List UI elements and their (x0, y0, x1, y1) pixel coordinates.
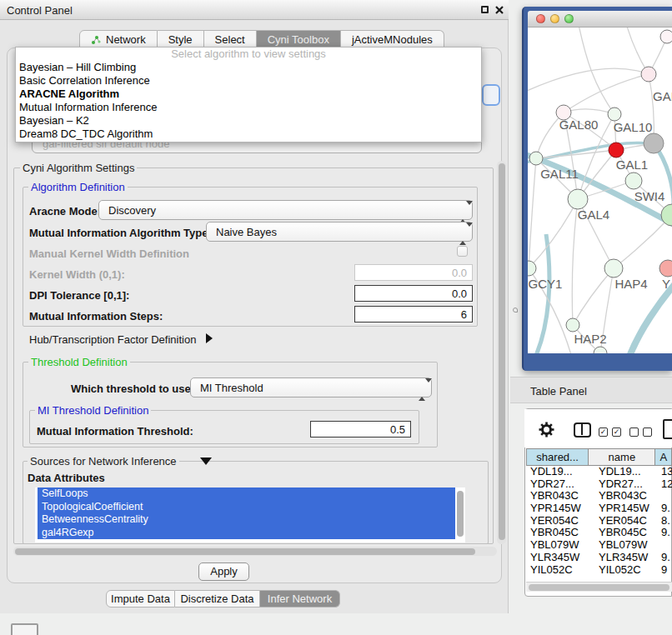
checked-checkbox-icon[interactable]: ✓ (599, 428, 608, 437)
table-cell: YBR043C (590, 490, 659, 502)
table-row[interactable]: YBR045CYBR045C9. (526, 527, 672, 539)
data-attribute-item[interactable]: SelfLoops (38, 488, 455, 501)
node-salmon[interactable] (659, 260, 672, 277)
threshold-definition-title: Threshold Definition (28, 356, 130, 368)
network-edge (528, 68, 649, 94)
expand-arrow-icon[interactable] (206, 333, 213, 343)
tab-select[interactable]: Select (204, 30, 257, 48)
algorithm-option[interactable]: Basic Correlation Inference (16, 74, 481, 88)
node-red[interactable] (609, 142, 624, 158)
network-edge (573, 268, 614, 325)
tab-network[interactable]: Network (79, 30, 158, 48)
node-GAL1-label: GAL1 (616, 158, 648, 172)
tab-impute-data[interactable]: Impute Data (106, 590, 175, 608)
table-cell: YER054C (526, 515, 590, 528)
algorithm-definition-title: Algorithm Definition (28, 181, 128, 193)
table-row[interactable]: YDR27...YDR27...12 (526, 478, 672, 491)
table-row[interactable]: YBR043CYBR043C (526, 490, 672, 502)
close-window-icon[interactable] (495, 6, 504, 14)
spinner-arrows-icon (459, 227, 466, 238)
scrollbar-thumb[interactable] (529, 584, 669, 591)
aracne-mode-combobox[interactable]: Discovery (98, 200, 473, 220)
apply-button[interactable]: Apply (198, 562, 249, 581)
table-panel-titlebar[interactable]: Table Panel (510, 377, 672, 403)
unchecked-checkbox-icon[interactable] (643, 428, 652, 437)
dpi-tolerance-field[interactable]: 0.0 (354, 285, 473, 302)
manual-kernel-label: Manual Kernel Width Definition (29, 248, 189, 260)
unchecked-checkbox-icon[interactable] (629, 428, 639, 437)
close-traffic-light-icon[interactable] (536, 14, 545, 23)
node-top[interactable] (660, 30, 672, 43)
mi-type-combobox[interactable]: Naive Bayes (206, 222, 473, 242)
zoom-traffic-light-icon[interactable] (564, 14, 574, 23)
data-attribute-item[interactable]: gal4RGexp (38, 527, 455, 540)
tab-infer-network[interactable]: Infer Network (260, 590, 340, 608)
manual-kernel-checkbox[interactable] (457, 246, 468, 257)
mi-threshold-field[interactable]: 0.5 (310, 421, 411, 438)
hub-section-label[interactable]: Hub/Transcription Factor Definition (29, 333, 196, 346)
algorithm-option[interactable]: ARACNE Algorithm (16, 88, 481, 101)
node-HAP2[interactable] (566, 318, 579, 332)
node-GAL10[interactable] (608, 108, 621, 121)
minimize-traffic-light-icon[interactable] (550, 14, 559, 23)
node-SWI4-label: SWI4 (634, 189, 665, 203)
float-window-icon[interactable] (481, 6, 489, 13)
network-canvas[interactable]: GALGAL80GAL10GAL1GAL11SWI4GAL4GCY1HAP4YH… (528, 28, 672, 353)
attr-list-scrollbar[interactable] (457, 491, 464, 537)
control-panel-titlebar[interactable]: Control Panel (0, 0, 509, 20)
node-GAL11[interactable] (529, 152, 543, 165)
node-gray[interactable] (644, 133, 664, 153)
node-HAP4[interactable] (604, 259, 623, 278)
columns-icon[interactable] (574, 422, 591, 438)
column-header-A[interactable]: A (655, 448, 672, 466)
scrollbar-thumb[interactable] (15, 548, 475, 555)
mi-steps-field[interactable]: 6 (354, 306, 473, 322)
table-row[interactable]: YER054CYER054C8. (526, 515, 672, 528)
table-horizontal-scrollbar[interactable] (526, 582, 672, 592)
algorithm-option[interactable]: Bayesian – Hill Climbing (16, 61, 481, 74)
tab-cyni-toolbox[interactable]: Cyni Toolbox (257, 30, 341, 48)
mi-threshold-group-title: MI Threshold Definition (35, 404, 151, 417)
settings-vertical-scrollbar[interactable] (497, 161, 506, 544)
node-HAP2-label: HAP2 (574, 332, 606, 346)
which-threshold-combobox[interactable]: MI Threshold (190, 378, 432, 398)
table-toolbar: ✓ ✓ (524, 409, 672, 448)
network-edge (578, 28, 614, 114)
document-icon[interactable] (663, 419, 672, 439)
algorithm-option[interactable]: Bayesian – K2 (16, 114, 481, 128)
table-row[interactable]: YDL19...YDL19...13 (526, 466, 672, 478)
collapsed-panel-icon[interactable] (11, 623, 38, 635)
algorithm-option[interactable]: Mutual Information Inference (16, 101, 481, 114)
table-row[interactable]: YIL052CYIL052C9 (526, 564, 672, 577)
scrollbar-thumb[interactable] (499, 163, 505, 540)
column-header-shared...[interactable]: shared... (526, 448, 589, 466)
gear-icon[interactable] (539, 422, 554, 438)
node-GCY1[interactable] (528, 261, 536, 276)
data-attributes-list[interactable]: SelfLoopsTopologicalCoefficientBetweenne… (35, 488, 465, 542)
panel-resize-grip[interactable] (511, 308, 517, 316)
checked-checkbox-icon[interactable]: ✓ (612, 428, 621, 437)
column-header-name[interactable]: name (589, 448, 655, 466)
tab-discretize-data[interactable]: Discretize Data (175, 590, 260, 608)
algorithm-option[interactable]: Dream8 DC_TDC Algorithm (16, 128, 481, 141)
data-attribute-item[interactable]: TopologicalCoefficient (38, 501, 455, 514)
table-cell: YPR145W (590, 502, 659, 515)
table-row[interactable]: YBL079WYBL079W (526, 539, 672, 552)
cyni-settings-group-title: Cyni Algorithm Settings (20, 162, 137, 174)
tab-jactivemnodules[interactable]: jActiveMNodules (341, 30, 444, 48)
tab-style[interactable]: Style (158, 30, 204, 48)
network-window-titlebar[interactable] (528, 11, 672, 28)
data-attribute-item[interactable]: BetweennessCentrality (38, 513, 455, 527)
table-row[interactable]: YPR145WYPR145W9. (526, 502, 672, 515)
node-GAL80-label: GAL80 (559, 118, 599, 132)
collapse-arrow-icon[interactable] (200, 458, 212, 465)
control-panel-title: Control Panel (7, 4, 73, 17)
node-bottom[interactable] (594, 347, 607, 353)
kernel-width-field[interactable]: 0.0 (354, 264, 473, 281)
node-GAL4[interactable] (568, 189, 588, 209)
settings-horizontal-scrollbar[interactable] (13, 547, 497, 556)
node-gal-partial[interactable] (641, 67, 656, 82)
inference-algorithm-combobox-edge[interactable] (482, 84, 500, 106)
table-row[interactable]: YLR345WYLR345W9. (526, 552, 672, 564)
node-GAL1[interactable] (625, 172, 642, 189)
